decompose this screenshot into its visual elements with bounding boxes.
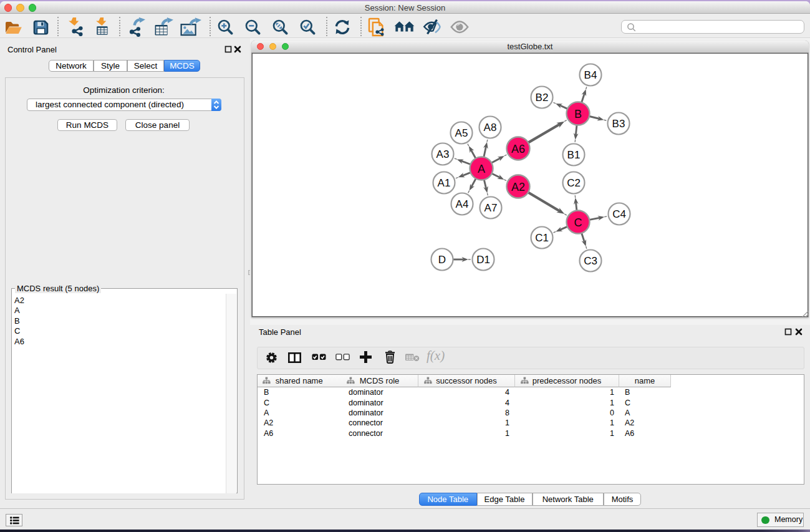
svg-text:A3: A3 xyxy=(436,148,450,160)
svg-text:C2: C2 xyxy=(567,177,581,189)
svg-text:D1: D1 xyxy=(476,254,490,266)
svg-text:D: D xyxy=(438,254,446,266)
svg-text:A7: A7 xyxy=(485,202,498,214)
svg-text:A2: A2 xyxy=(511,181,525,193)
svg-text:A5: A5 xyxy=(455,127,468,139)
svg-text:C: C xyxy=(574,216,582,229)
svg-text:C4: C4 xyxy=(612,208,626,220)
svg-text:A: A xyxy=(478,163,485,175)
svg-text:B4: B4 xyxy=(584,69,597,81)
svg-text:C1: C1 xyxy=(535,232,549,244)
svg-text:B: B xyxy=(574,108,582,120)
svg-text:A6: A6 xyxy=(511,143,525,155)
svg-text:A1: A1 xyxy=(438,177,451,189)
svg-text:B2: B2 xyxy=(536,92,549,104)
svg-text:A8: A8 xyxy=(484,122,497,133)
svg-text:B3: B3 xyxy=(612,118,625,130)
svg-text:A4: A4 xyxy=(456,198,469,210)
svg-text:C3: C3 xyxy=(584,255,597,267)
svg-text:B1: B1 xyxy=(567,149,581,161)
